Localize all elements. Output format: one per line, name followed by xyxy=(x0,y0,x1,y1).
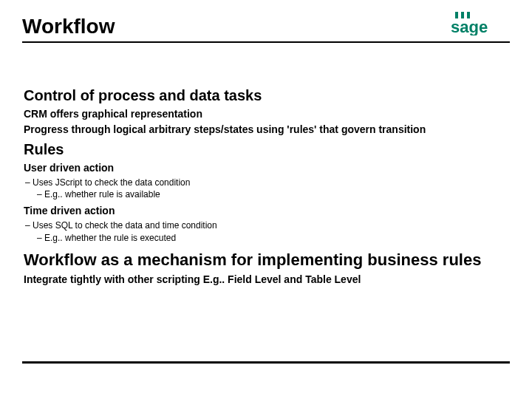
user-driven-sub1: – Uses JScript to check the data conditi… xyxy=(25,177,510,189)
sage-logo: sage xyxy=(451,10,510,38)
time-driven-sub1: – Uses SQL to check the data and time co… xyxy=(25,219,510,232)
time-driven-title: Time driven action xyxy=(24,204,510,218)
section1-line1: CRM offers graphical representation xyxy=(24,107,510,121)
time-driven-sub2: – E.g.. whether the rule is executed xyxy=(37,232,510,245)
section1-line2: Progress through logical arbitrary steps… xyxy=(24,123,510,137)
section3-heading: Workflow as a mechanism for implementing… xyxy=(24,250,510,270)
section1-heading: Control of process and data tasks xyxy=(24,87,510,104)
section2-heading: Rules xyxy=(24,141,510,158)
user-driven-sub2: – E.g.. whether rule is available xyxy=(37,188,510,201)
slide-title: Workflow xyxy=(22,15,510,38)
svg-text:sage: sage xyxy=(451,18,488,35)
user-driven-title: User driven action xyxy=(24,161,510,175)
title-underline xyxy=(22,41,510,43)
footer-divider xyxy=(22,361,510,364)
slide-content: Control of process and data tasks CRM of… xyxy=(22,87,510,287)
section3-line1: Integrate tightly with other scripting E… xyxy=(24,273,510,287)
